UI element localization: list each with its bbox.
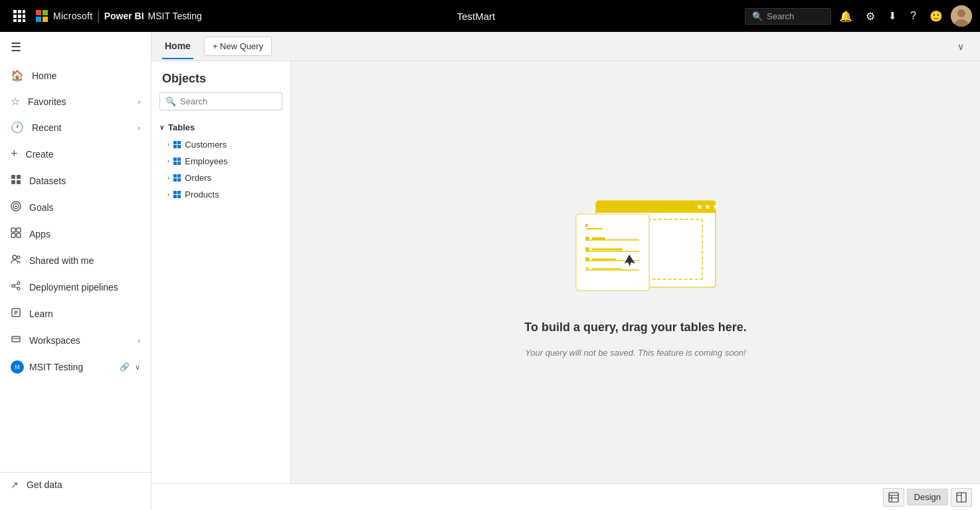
svg-rect-2 — [23, 10, 25, 13]
canvas-sub-text: Your query will not be saved. This featu… — [525, 348, 745, 358]
sidebar-item-goals[interactable]: Goals — [0, 194, 151, 221]
svg-rect-7 — [18, 19, 21, 22]
svg-rect-21 — [11, 233, 15, 237]
top-navigation: Microsoft | Power BI MSIT Testing TestMa… — [0, 0, 980, 32]
svg-rect-48 — [592, 237, 605, 240]
svg-point-39 — [698, 205, 702, 209]
sidebar-item-label: Apps — [29, 229, 140, 239]
objects-title: Objects — [151, 61, 290, 92]
svg-rect-3 — [13, 15, 17, 18]
sidebar-item-datasets[interactable]: Datasets — [0, 168, 151, 194]
sidebar-item-home[interactable]: 🏠 Home — [0, 63, 151, 88]
svg-line-29 — [15, 287, 17, 288]
table-item-orders[interactable]: › Orders — [151, 170, 290, 186]
powerbi-label: Power BI — [104, 11, 144, 21]
svg-rect-4 — [18, 15, 21, 18]
microsoft-label: Microsoft — [53, 11, 93, 21]
table-item-customers[interactable]: › Customers — [151, 136, 290, 153]
svg-rect-19 — [11, 228, 15, 232]
split-view-icon — [956, 492, 967, 503]
search-icon: 🔍 — [165, 96, 176, 106]
new-query-button[interactable]: + New Query — [204, 37, 272, 56]
datasets-icon — [11, 174, 21, 188]
ms-squares — [36, 10, 48, 22]
design-button[interactable]: Design — [907, 489, 948, 505]
objects-search[interactable]: 🔍 — [159, 92, 282, 110]
search-input[interactable] — [180, 96, 291, 106]
table-name: Customers — [185, 140, 227, 150]
settings-button[interactable]: ⚙ — [860, 6, 880, 27]
expand-button[interactable]: ∨ — [952, 39, 969, 55]
objects-panel: Objects 🔍 ∨ Tables › — [151, 61, 291, 483]
svg-point-41 — [714, 205, 718, 209]
svg-point-27 — [17, 287, 20, 290]
svg-point-18 — [15, 205, 17, 207]
sidebar-item-label: Datasets — [29, 176, 140, 186]
sidebar-item-recent[interactable]: 🕐 Recent › — [0, 114, 151, 140]
sidebar-collapse-button[interactable]: ☰ — [0, 32, 151, 63]
search-label: Search — [767, 11, 794, 21]
svg-point-40 — [706, 205, 710, 209]
app-layout: ☰ 🏠 Home ☆ Favorites › 🕐 Recent › + Crea… — [0, 32, 980, 510]
bell-icon: 🔔 — [839, 10, 852, 23]
svg-rect-51 — [585, 247, 589, 251]
download-icon: ⬇ — [888, 10, 897, 22]
home-tab[interactable]: Home — [162, 34, 193, 59]
table-view-button[interactable] — [883, 488, 904, 507]
table-item-products[interactable]: › Products — [151, 186, 290, 203]
illustration-container: To build a query, drag your tables here.… — [524, 188, 746, 358]
org-label: MSIT Testing — [148, 11, 202, 21]
global-search[interactable]: 🔍 Search — [745, 8, 831, 25]
chevron-down-icon: ∨ — [159, 124, 164, 131]
sidebar-item-workspaces[interactable]: Workspaces › — [0, 327, 151, 354]
sidebar-item-msit-testing[interactable]: M MSIT Testing 🔗 ∨ — [0, 354, 151, 380]
sidebar-item-favorites[interactable]: ☆ Favorites › — [0, 88, 151, 114]
nav-divider: | — [97, 9, 100, 24]
sidebar-item-label: Home — [32, 70, 140, 81]
table-item-employees[interactable]: › Employees — [151, 153, 290, 170]
apps-icon — [11, 227, 21, 241]
tables-header[interactable]: ∨ Tables — [151, 118, 290, 136]
svg-rect-1 — [18, 10, 21, 13]
help-button[interactable]: ? — [905, 6, 922, 26]
msit-testing-label: MSIT Testing — [29, 362, 114, 372]
deployment-icon — [11, 281, 21, 294]
recent-icon: 🕐 — [11, 121, 24, 134]
tables-label: Tables — [168, 122, 195, 132]
header-bar: Home + New Query ∨ — [151, 32, 980, 61]
sidebar-item-label: Learn — [29, 309, 140, 319]
sidebar-item-apps[interactable]: Apps — [0, 221, 151, 247]
sidebar-item-create[interactable]: + Create — [0, 140, 151, 168]
feedback-button[interactable]: 🙂 — [924, 6, 948, 27]
goals-icon — [11, 201, 21, 214]
download-button[interactable]: ⬇ — [883, 6, 902, 26]
sidebar-item-shared[interactable]: Shared with me — [0, 247, 151, 274]
svg-point-23 — [13, 255, 17, 259]
table-icon — [173, 174, 181, 182]
bottom-bar: Design — [151, 483, 980, 510]
illustration — [543, 188, 729, 307]
expand-arrow-icon: › — [167, 174, 169, 182]
sidebar-item-label: Recent — [32, 122, 130, 133]
home-icon: 🏠 — [11, 69, 24, 82]
favorites-icon: ☆ — [11, 95, 20, 108]
sidebar-item-get-data[interactable]: ↗ Get data — [0, 472, 151, 497]
svg-point-24 — [17, 256, 20, 259]
svg-rect-20 — [17, 228, 21, 232]
svg-rect-13 — [17, 175, 21, 179]
notifications-button[interactable]: 🔔 — [834, 6, 858, 27]
sidebar-item-deployment[interactable]: Deployment pipelines — [0, 274, 151, 301]
sidebar-item-learn[interactable]: Learn — [0, 301, 151, 327]
svg-rect-14 — [11, 180, 15, 184]
expand-arrow-icon: › — [167, 158, 169, 165]
user-avatar[interactable] — [951, 5, 972, 27]
chevron-down-icon: ∨ — [135, 363, 140, 372]
svg-rect-54 — [585, 257, 589, 261]
split-view-button[interactable] — [951, 488, 972, 507]
grid-menu-icon[interactable] — [8, 5, 31, 27]
sidebar-item-label: Shared with me — [29, 255, 140, 266]
workspace-icon: M — [11, 360, 24, 374]
svg-rect-47 — [585, 237, 589, 241]
sidebar-item-label: Goals — [29, 202, 140, 213]
smiley-icon: 🙂 — [930, 10, 943, 23]
